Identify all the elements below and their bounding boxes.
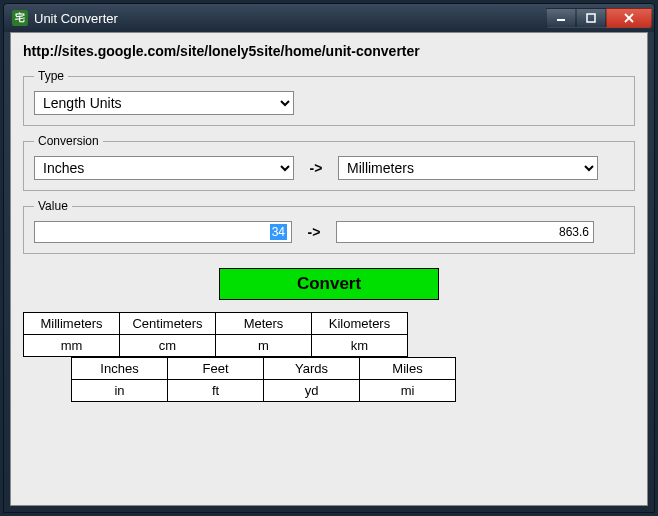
cell: m <box>216 335 312 357</box>
minimize-button[interactable] <box>546 8 576 28</box>
cell: mm <box>24 335 120 357</box>
client-area: http://sites.google.com/site/lonely5site… <box>10 32 648 506</box>
output-value-text: 863.6 <box>559 225 589 239</box>
value-output: 863.6 <box>336 221 594 243</box>
cell: Kilometers <box>312 313 408 335</box>
table-row: in ft yd mi <box>72 380 456 402</box>
type-legend: Type <box>34 69 68 83</box>
cell: Feet <box>168 358 264 380</box>
from-unit-select[interactable]: Inches <box>34 156 294 180</box>
cell: cm <box>120 335 216 357</box>
svg-rect-1 <box>587 14 595 22</box>
cell: Centimeters <box>120 313 216 335</box>
reference-tables: Millimeters Centimeters Meters Kilometer… <box>23 312 635 402</box>
cell: Inches <box>72 358 168 380</box>
cell: Yards <box>264 358 360 380</box>
window-controls <box>546 8 652 28</box>
cell: in <box>72 380 168 402</box>
value-group: Value 34 -> 863.6 <box>23 199 635 254</box>
url-heading: http://sites.google.com/site/lonely5site… <box>23 43 635 59</box>
cell: Miles <box>360 358 456 380</box>
table-row: Inches Feet Yards Miles <box>72 358 456 380</box>
cell: Meters <box>216 313 312 335</box>
value-legend: Value <box>34 199 72 213</box>
close-button[interactable] <box>606 8 652 28</box>
table-row: mm cm m km <box>24 335 408 357</box>
cell: km <box>312 335 408 357</box>
table-row: Millimeters Centimeters Meters Kilometer… <box>24 313 408 335</box>
titlebar[interactable]: 宅 Unit Converter <box>4 4 654 32</box>
to-unit-select[interactable]: Millimeters <box>338 156 598 180</box>
arrow-label: -> <box>300 160 332 176</box>
conversion-group: Conversion Inches -> Millimeters <box>23 134 635 191</box>
imperial-table: Inches Feet Yards Miles in ft yd mi <box>71 357 456 402</box>
value-input[interactable]: 34 <box>34 221 292 243</box>
window-title: Unit Converter <box>34 11 546 26</box>
arrow-label: -> <box>298 224 330 240</box>
app-window: 宅 Unit Converter http://sites.google.com… <box>3 3 655 513</box>
conversion-legend: Conversion <box>34 134 103 148</box>
cell: mi <box>360 380 456 402</box>
type-group: Type Length Units <box>23 69 635 126</box>
cell: Millimeters <box>24 313 120 335</box>
convert-button[interactable]: Convert <box>219 268 439 300</box>
input-value-text: 34 <box>270 224 287 240</box>
type-select[interactable]: Length Units <box>34 91 294 115</box>
maximize-button[interactable] <box>576 8 606 28</box>
cell: yd <box>264 380 360 402</box>
metric-table: Millimeters Centimeters Meters Kilometer… <box>23 312 408 357</box>
app-icon: 宅 <box>12 10 28 26</box>
cell: ft <box>168 380 264 402</box>
